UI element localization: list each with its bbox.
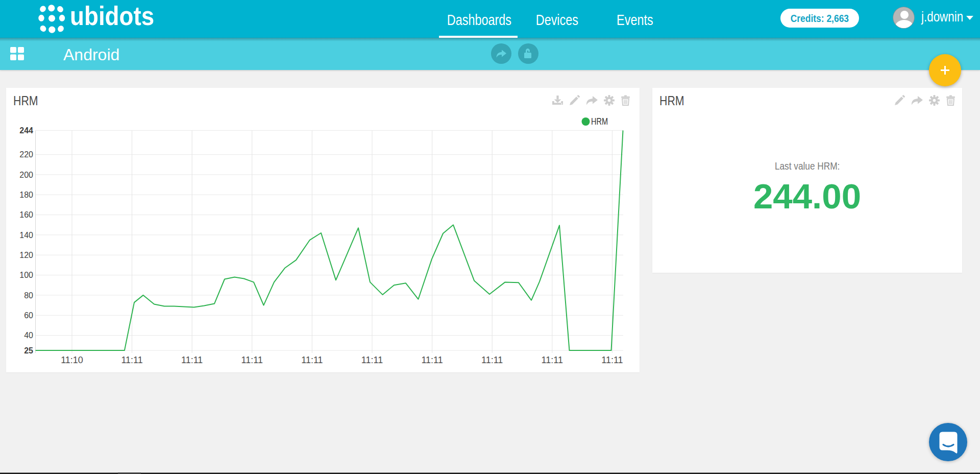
svg-text:11:11: 11:11 — [121, 355, 142, 365]
svg-text:140: 140 — [19, 231, 33, 240]
svg-text:160: 160 — [19, 210, 33, 219]
svg-text:200: 200 — [19, 171, 33, 179]
svg-text:11:11: 11:11 — [361, 355, 383, 365]
svg-text:11:11: 11:11 — [301, 355, 323, 365]
svg-text:220: 220 — [19, 150, 33, 159]
svg-text:180: 180 — [19, 191, 33, 199]
svg-text:HRM: HRM — [591, 116, 608, 127]
svg-text:11:10: 11:10 — [61, 355, 83, 365]
svg-text:11:11: 11:11 — [542, 355, 563, 365]
svg-text:11:11: 11:11 — [181, 355, 203, 365]
svg-text:11:11: 11:11 — [421, 355, 443, 365]
svg-text:11:11: 11:11 — [481, 355, 503, 365]
svg-text:25: 25 — [24, 346, 33, 355]
svg-text:40: 40 — [24, 331, 33, 340]
svg-text:120: 120 — [19, 251, 33, 259]
svg-text:80: 80 — [24, 291, 33, 300]
svg-text:100: 100 — [19, 271, 33, 279]
svg-text:60: 60 — [24, 311, 33, 320]
svg-text:11:11: 11:11 — [241, 355, 263, 365]
svg-text:244: 244 — [19, 126, 33, 135]
svg-text:11:11: 11:11 — [601, 355, 623, 365]
